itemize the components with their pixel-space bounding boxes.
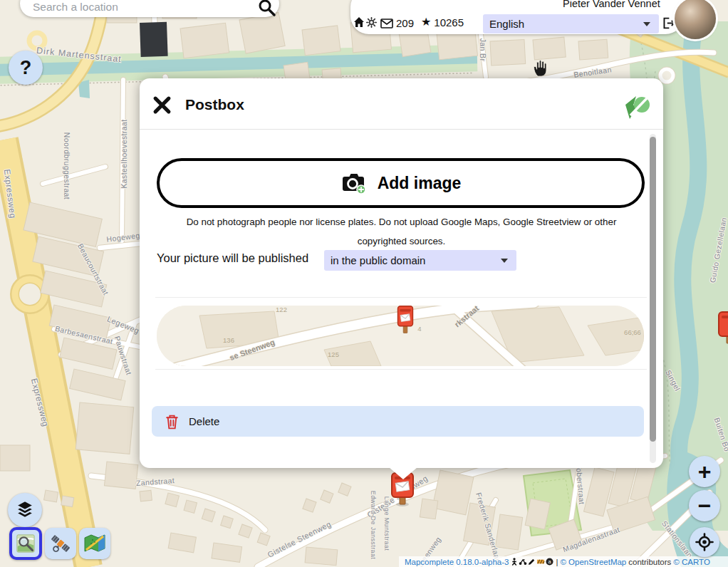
folded-map-icon	[84, 533, 105, 554]
contributors-text: contributors	[628, 558, 671, 566]
scooter-icon	[519, 558, 527, 566]
walker-icon	[511, 558, 518, 566]
construction-icon	[536, 558, 545, 566]
search-icon[interactable]	[258, 0, 276, 17]
mapcomplete-app: Dirk Martensstraat Noordbruggestraat Kas…	[0, 0, 728, 567]
postbox-icon	[395, 306, 415, 337]
minimap-house-number: 4	[417, 325, 421, 333]
postbox-marker-partial[interactable]	[715, 311, 728, 349]
mapcomplete-logo-icon	[623, 94, 650, 124]
close-button[interactable]	[151, 94, 173, 118]
location-minimap[interactable]: se Steenweg rkstraat 122 136 125 4 66;66	[157, 306, 644, 366]
osm-map-icon	[16, 533, 35, 554]
minimap-house-number: 122	[276, 306, 287, 313]
postbox-icon	[715, 311, 728, 346]
image-disclaimer: Do not photograph people nor license pla…	[168, 212, 635, 251]
street-label: Kasteelhoevestraat	[120, 119, 128, 188]
close-icon	[152, 95, 172, 115]
messages-button[interactable]: 209	[380, 17, 414, 29]
question-mark-label: ?	[20, 57, 32, 79]
logout-button[interactable]	[662, 16, 675, 33]
messages-count: 209	[396, 17, 414, 29]
circle-a-icon: a	[546, 558, 553, 566]
scrollbar-thumb[interactable]	[650, 137, 656, 442]
layers-icon	[15, 500, 35, 520]
section-divider	[155, 297, 647, 298]
logout-icon	[662, 16, 675, 30]
search-bar	[20, 0, 279, 17]
settings-button[interactable]	[366, 17, 377, 31]
user-name: Pieter Vander Vennet	[563, 0, 660, 9]
minus-icon: −	[698, 492, 712, 519]
hand-cursor-icon	[531, 58, 549, 78]
changesets-button[interactable]: ★ 10265	[421, 16, 464, 28]
license-prefix: Your picture will be published	[157, 251, 308, 264]
zoom-out-button[interactable]: −	[689, 490, 720, 521]
home-button[interactable]	[353, 16, 365, 31]
pencil-icon	[528, 558, 536, 566]
dialog-pointer-tail	[389, 467, 417, 479]
attribution-bar: Mapcomplete 0.18.0-alpha-3 a | © OpenStr…	[399, 556, 728, 567]
gear-icon	[366, 17, 377, 28]
minimap-house-number: 66;66	[624, 328, 641, 336]
crosshair-icon	[695, 533, 714, 551]
home-icon	[353, 16, 365, 28]
background-layer-satellite-button[interactable]	[45, 528, 76, 559]
dialog-scrollbar[interactable]	[650, 134, 656, 463]
camera-plus-icon	[340, 172, 368, 194]
license-select[interactable]: in the public domain	[324, 250, 516, 271]
language-select[interactable]: English	[483, 14, 659, 33]
section-divider	[155, 369, 647, 370]
add-image-label: Add image	[378, 174, 462, 193]
street-label: Noordbruggestraat	[63, 132, 71, 199]
mapcomplete-version-link[interactable]: Mapcomplete 0.18.0-alpha-3	[405, 558, 509, 566]
minimap-house-number: 136	[223, 336, 234, 344]
header-divider	[140, 129, 663, 130]
star-icon: ★	[421, 16, 431, 28]
minimap-house-number: 125	[328, 350, 339, 358]
attribution-icons: a	[511, 558, 553, 566]
street-label: Edward De Jansstraat	[370, 491, 377, 560]
osm-link[interactable]: © OpenStreetMap	[560, 558, 626, 566]
attribution-divider: |	[556, 558, 558, 566]
carto-link[interactable]: © CARTO	[673, 558, 710, 566]
search-input[interactable]	[31, 0, 248, 14]
background-layer-osm-button[interactable]	[9, 527, 42, 560]
trash-icon	[165, 414, 179, 430]
geolocate-button[interactable]	[690, 527, 719, 557]
satellite-icon	[50, 533, 71, 554]
background-layer-map-button[interactable]	[79, 528, 110, 559]
zoom-in-button[interactable]: +	[689, 456, 720, 487]
street-label: Jan Br	[479, 38, 487, 62]
license-row: Your picture will be published	[157, 251, 308, 265]
layers-button[interactable]	[8, 493, 42, 527]
postbox-dialog: Postbox Add image Do not photograph peop…	[140, 78, 663, 468]
mail-icon	[380, 19, 393, 28]
delete-button[interactable]: Delete	[152, 406, 644, 437]
help-button[interactable]: ?	[9, 51, 43, 85]
add-image-button[interactable]: Add image	[157, 158, 645, 208]
delete-label: Delete	[189, 415, 219, 427]
plus-icon: +	[698, 457, 712, 486]
dialog-title: Postbox	[185, 96, 244, 113]
changesets-count: 10265	[434, 16, 464, 28]
